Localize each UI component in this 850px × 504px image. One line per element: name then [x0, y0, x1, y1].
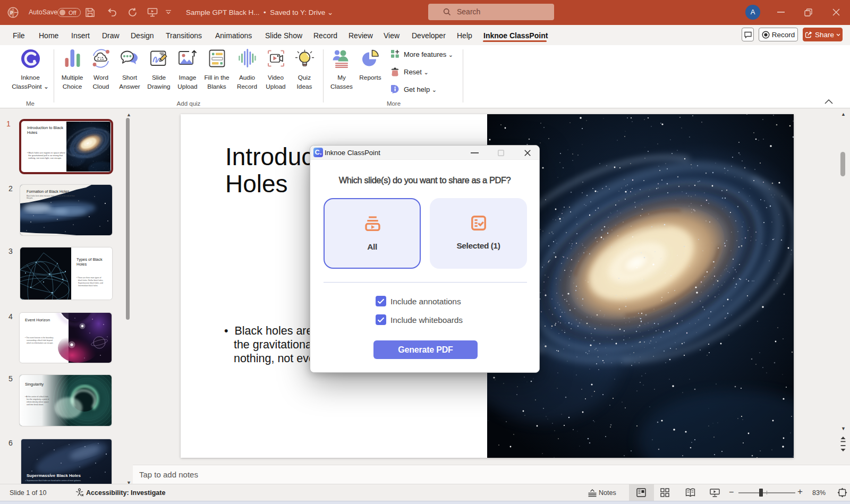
svg-text:• The event horizon is the bou: • The event horizon is the boundary: [25, 337, 54, 339]
svg-text:Black holes form when massive: Black holes form when massive stars coll…: [27, 195, 75, 197]
svg-text:black holes: Stellar black hol: black holes: Stellar black holes,: [78, 279, 103, 281]
svg-text:lifecycle.: lifecycle.: [27, 197, 33, 199]
svg-text:Formation of Black Holes: Formation of Black Holes: [27, 189, 70, 194]
svg-text:P: P: [10, 10, 13, 15]
svg-text:Supermassive black holes, and: Supermassive black holes, and: [78, 282, 103, 284]
svg-text:Singularity: Singularity: [25, 382, 44, 387]
svg-text:surrounding a black hole beyon: surrounding a black hole beyond: [27, 339, 53, 341]
svg-text:• There are three main types o: • There are three main types of: [76, 277, 101, 279]
svg-text:infinite density where space: infinite density where space: [27, 401, 49, 403]
svg-text:which no information can escap: which no information can escape.: [27, 342, 53, 344]
svg-text:and time break down.: and time break down.: [27, 404, 44, 406]
svg-text:Supermassive black holes are f: Supermassive black holes are found at th…: [27, 480, 81, 482]
svg-text:lies the singularity, a point: lies the singularity, a point of: [27, 398, 49, 400]
svg-text:Intermediate black holes.: Intermediate black holes.: [78, 285, 98, 287]
svg-text:Supermassive Black Holes: Supermassive Black Holes: [27, 473, 81, 478]
svg-text:Holes: Holes: [76, 262, 87, 267]
svg-text:Event Horizon: Event Horizon: [25, 318, 50, 322]
svg-text:Types of Black: Types of Black: [76, 257, 103, 262]
svg-text:• At the center of a black hol: • At the center of a black hole,: [25, 396, 49, 398]
